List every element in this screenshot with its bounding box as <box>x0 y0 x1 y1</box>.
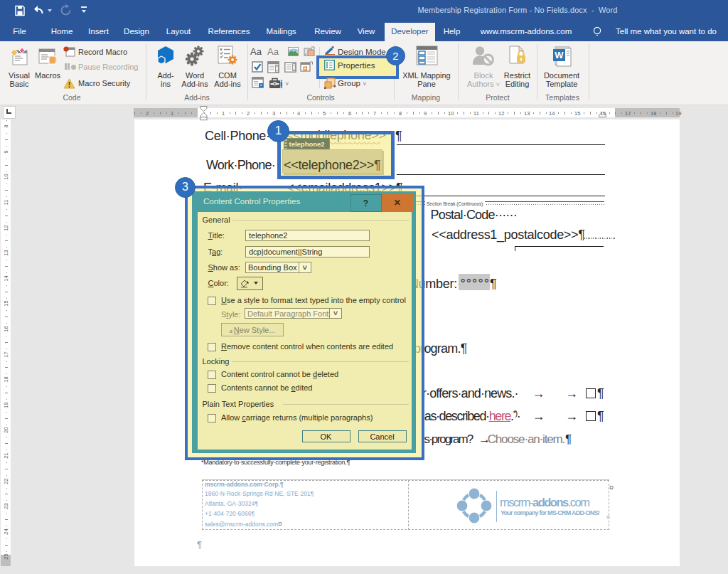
svg-text:W: W <box>555 50 564 60</box>
